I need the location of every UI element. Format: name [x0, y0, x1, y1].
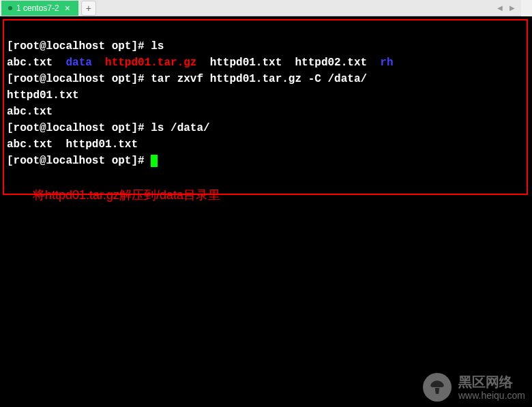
- tab-status-icon: [8, 6, 12, 10]
- tab-centos[interactable]: 1 centos7-2 ×: [1, 1, 78, 16]
- close-icon[interactable]: ×: [63, 3, 72, 14]
- dir-data: data: [65, 57, 91, 69]
- watermark-text: 黑区网络 www.heiqu.com: [458, 374, 525, 402]
- prompt: [root@localhost opt]#: [7, 73, 151, 85]
- nav-left-icon[interactable]: ◀: [494, 3, 505, 13]
- file: httpd01.txt: [210, 57, 282, 69]
- terminal-area[interactable]: [root@localhost opt]# ls abc.txt data ht…: [0, 16, 532, 407]
- watermark-cn: 黑区网络: [458, 374, 525, 390]
- prompt: [root@localhost opt]#: [7, 155, 151, 167]
- cmd-tar: tar zxvf httpd01.tar.gz -C /data/: [151, 73, 367, 85]
- cmd-ls: ls: [151, 40, 164, 52]
- terminal-output: [root@localhost opt]# ls abc.txt data ht…: [0, 16, 532, 175]
- add-tab-button[interactable]: +: [81, 1, 96, 16]
- prompt: [root@localhost opt]#: [7, 122, 151, 134]
- annotation-text: 将httpd01.tar.gz解压到/data目录里: [0, 187, 532, 203]
- scrollbar[interactable]: [521, 0, 532, 16]
- file: abc.txt: [7, 57, 53, 69]
- file: httpd02.txt: [295, 57, 367, 69]
- mushroom-icon: [428, 378, 446, 396]
- nav-right-icon[interactable]: ▶: [507, 3, 518, 13]
- watermark: 黑区网络 www.heiqu.com: [423, 373, 525, 402]
- watermark-logo-icon: [423, 373, 452, 402]
- prompt: [root@localhost opt]#: [7, 40, 151, 52]
- cmd-ls-data: ls /data/: [151, 122, 209, 134]
- output-line: httpd01.txt: [7, 89, 79, 102]
- output-line: abc.txt: [7, 106, 53, 118]
- archive-file: httpd01.tar.gz: [105, 57, 196, 69]
- tab-label: 1 centos7-2: [16, 3, 59, 13]
- dir-rh: rh: [380, 57, 393, 69]
- cursor-icon: [151, 155, 158, 167]
- output-line: abc.txt httpd01.txt: [7, 138, 138, 151]
- tab-bar: 1 centos7-2 × + ◀ ▶ ≡: [0, 0, 532, 16]
- watermark-url: www.heiqu.com: [458, 390, 525, 402]
